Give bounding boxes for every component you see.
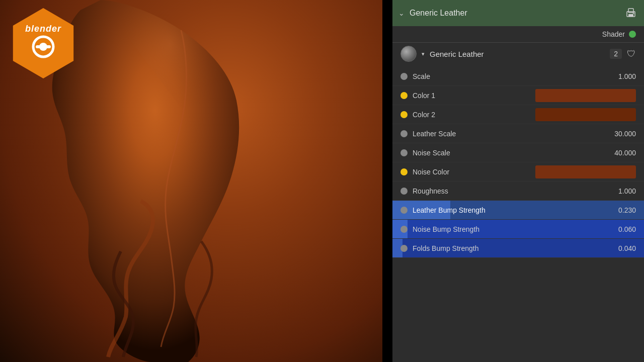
leather-bump-dot bbox=[400, 207, 408, 214]
noise-color-swatch[interactable] bbox=[535, 165, 636, 178]
noise-color-label: Noise Color bbox=[413, 168, 530, 176]
noise-scale-dot bbox=[400, 149, 408, 156]
color1-swatch[interactable] bbox=[535, 89, 636, 102]
leather-scale-value: 30.000 bbox=[606, 130, 636, 138]
material-name-row[interactable]: ▾ Generic Leather 2 🛡 bbox=[392, 42, 644, 65]
color2-label: Color 2 bbox=[413, 111, 530, 119]
leather-bump-row[interactable]: Leather Bump Strength 0.230 bbox=[392, 201, 644, 220]
noise-color-row[interactable]: Noise Color bbox=[392, 162, 644, 182]
noise-scale-row[interactable]: Noise Scale 40.000 bbox=[392, 143, 644, 162]
roughness-label: Roughness bbox=[413, 187, 601, 195]
logo-text: blender bbox=[25, 24, 61, 34]
noise-color-dot bbox=[400, 168, 408, 175]
shader-row: Shader bbox=[392, 26, 644, 42]
folds-bump-label: Folds Bump Strength bbox=[413, 244, 601, 252]
noise-bump-label: Noise Bump Strength bbox=[413, 225, 601, 233]
svg-rect-5 bbox=[628, 14, 633, 17]
noise-bump-dot bbox=[400, 226, 408, 233]
right-panel: ⌄ Generic Leather Shader ▾ Generic Leath… bbox=[392, 0, 644, 362]
roughness-dot bbox=[400, 188, 408, 195]
print-icon[interactable] bbox=[624, 6, 638, 20]
collapse-chevron[interactable]: ⌄ bbox=[398, 9, 405, 17]
svg-point-6 bbox=[633, 13, 634, 14]
properties-list: Scale 1.000 Color 1 Color 2 Leather Scal… bbox=[392, 65, 644, 260]
scale-dot bbox=[400, 73, 408, 80]
scale-value: 1.000 bbox=[606, 72, 636, 80]
leather-bump-value: 0.230 bbox=[606, 206, 636, 214]
blender-icon bbox=[26, 34, 61, 59]
material-dropdown-arrow[interactable]: ▾ bbox=[422, 51, 425, 57]
color2-swatch[interactable] bbox=[535, 108, 636, 121]
color2-row[interactable]: Color 2 bbox=[392, 105, 644, 124]
folds-bump-value: 0.040 bbox=[606, 244, 636, 252]
svg-rect-2 bbox=[36, 45, 51, 48]
shader-label: Shader bbox=[602, 30, 625, 38]
noise-bump-value: 0.060 bbox=[606, 225, 636, 233]
color1-row[interactable]: Color 1 bbox=[392, 86, 644, 105]
roughness-value: 1.000 bbox=[606, 187, 636, 195]
roughness-row[interactable]: Roughness 1.000 bbox=[392, 182, 644, 201]
leather-bump-label: Leather Bump Strength bbox=[413, 206, 601, 214]
scale-label: Scale bbox=[413, 72, 601, 80]
material-user-count: 2 bbox=[610, 49, 622, 59]
noise-scale-label: Noise Scale bbox=[413, 149, 601, 157]
folds-bump-row[interactable]: Folds Bump Strength 0.040 bbox=[392, 239, 644, 258]
color1-dot bbox=[400, 92, 408, 99]
shield-icon: 🛡 bbox=[627, 49, 636, 59]
material-title: Generic Leather bbox=[410, 9, 620, 18]
cloth-svg bbox=[40, 0, 342, 362]
color1-label: Color 1 bbox=[413, 92, 530, 100]
noise-scale-value: 40.000 bbox=[606, 149, 636, 157]
material-header: ⌄ Generic Leather bbox=[392, 0, 644, 26]
shader-status-dot bbox=[629, 31, 636, 38]
svg-rect-4 bbox=[628, 9, 633, 13]
material-sphere-icon bbox=[400, 46, 417, 62]
material-name: Generic Leather bbox=[430, 50, 605, 58]
noise-bump-row[interactable]: Noise Bump Strength 0.060 bbox=[392, 220, 644, 239]
color2-dot bbox=[400, 111, 408, 118]
main-scene: blender ⌄ Generic Leather bbox=[0, 0, 644, 362]
leather-scale-label: Leather Scale bbox=[413, 130, 601, 138]
blender-logo: blender bbox=[8, 8, 78, 78]
leather-scale-dot bbox=[400, 130, 408, 137]
scale-row[interactable]: Scale 1.000 bbox=[392, 67, 644, 86]
leather-scale-row[interactable]: Leather Scale 30.000 bbox=[392, 124, 644, 143]
folds-bump-dot bbox=[400, 245, 408, 252]
